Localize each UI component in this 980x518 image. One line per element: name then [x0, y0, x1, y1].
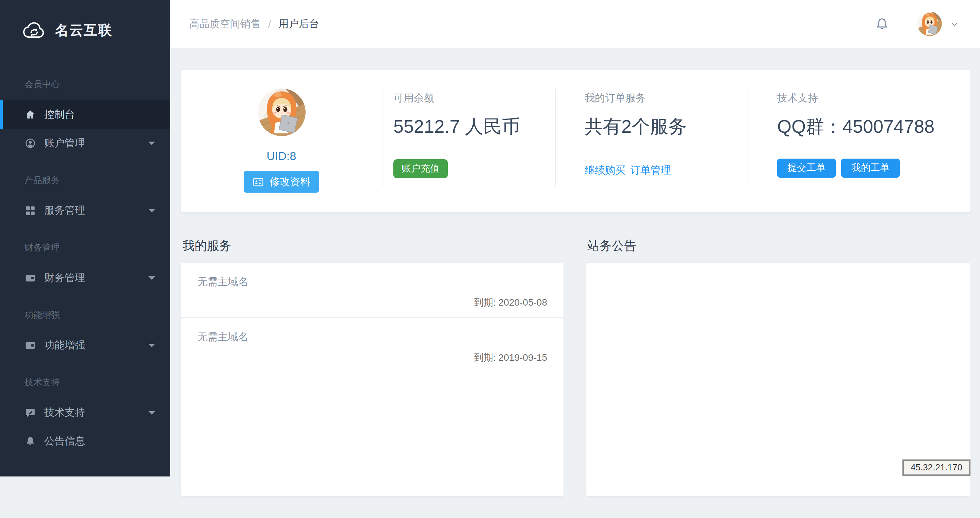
service-expiry: 到期: 2019-09-15 — [197, 352, 547, 364]
balance-value: 55212.7 人民币 — [393, 114, 555, 139]
sidebar-item-label: 功能增强 — [44, 339, 85, 352]
sidebar-item-label: 账户管理 — [44, 137, 85, 150]
my-tickets-button[interactable]: 我的工单 — [841, 159, 900, 178]
comment-edit-icon — [24, 407, 36, 418]
avatar-image — [917, 11, 942, 36]
balance-column: 可用余额 55212.7 人民币 账户充值 — [382, 70, 555, 212]
ticket-buttons: 提交工单 我的工单 — [777, 159, 970, 178]
sidebar-item-enhance[interactable]: 功能增强 — [0, 331, 170, 359]
chevron-down-icon[interactable] — [950, 19, 959, 29]
announcements-section: 站务公告 45.32.21.170 — [586, 237, 970, 496]
announcements-panel: 45.32.21.170 — [586, 263, 970, 496]
main-content: UID:8 修改资料 可用余额 55212.7 人民币 账户充值 我的订 — [170, 48, 980, 518]
account-column: UID:8 修改资料 — [181, 70, 382, 212]
continue-buy-link[interactable]: 继续购买 — [585, 164, 625, 177]
wallet-icon — [24, 272, 36, 284]
support-column: 技术支持 QQ群：450074788 提交工单 我的工单 — [749, 70, 970, 212]
topbar: 高品质空间销售 / 用户后台 — [170, 0, 980, 48]
cloud-sync-icon — [22, 20, 47, 40]
edit-profile-button[interactable]: 修改资料 — [243, 171, 319, 193]
sidebar-section-label: 产品服务 — [24, 174, 170, 186]
sidebar-item-support[interactable]: 技术支持 — [0, 398, 170, 427]
sidebar-item-services[interactable]: 服务管理 — [0, 196, 170, 225]
edit-profile-label: 修改资料 — [269, 175, 310, 188]
chevron-down-icon — [148, 411, 155, 414]
service-expiry: 到期: 2020-05-08 — [197, 297, 547, 309]
breadcrumb-page: 用户后台 — [278, 18, 319, 30]
divider — [749, 89, 749, 187]
sidebar-section-label: 技术支持 — [24, 376, 170, 389]
sidebar-item-label: 控制台 — [44, 108, 75, 121]
breadcrumb-separator: / — [268, 18, 271, 30]
chevron-down-icon — [148, 141, 155, 145]
service-row: 无需主域名 到期: 2020-05-08 — [181, 263, 563, 318]
sidebar-section-label: 功能增强 — [24, 309, 170, 321]
chevron-down-icon — [148, 343, 155, 347]
balance-label: 可用余额 — [393, 92, 555, 105]
orders-value: 共有2个服务 — [585, 114, 749, 139]
wallet-icon — [24, 339, 36, 351]
service-row: 无需主域名 到期: 2019-09-15 — [181, 318, 563, 372]
sidebar-menu: 会员中心 控制台 账户管理 产品服务 — [0, 78, 170, 455]
support-qq-value: QQ群：450074788 — [777, 114, 970, 139]
sidebar-item-label: 服务管理 — [44, 204, 85, 217]
my-services-title: 我的服务 — [182, 237, 563, 254]
avatar-image — [258, 88, 305, 136]
home-icon — [24, 108, 36, 120]
panels-row: 我的服务 无需主域名 到期: 2020-05-08 无需主域名 到期: 2019… — [181, 212, 970, 496]
bell-icon — [24, 435, 36, 447]
chevron-down-icon — [148, 209, 155, 212]
divider — [382, 89, 382, 187]
sidebar-item-label: 公告信息 — [44, 435, 85, 448]
order-manage-link[interactable]: 订单管理 — [630, 164, 671, 177]
divider — [555, 89, 556, 187]
bell-icon[interactable] — [875, 16, 889, 32]
sidebar-section-label: 财务管理 — [24, 242, 170, 254]
orders-label: 我的订单服务 — [585, 92, 749, 105]
submit-ticket-button[interactable]: 提交工单 — [777, 159, 836, 178]
my-services-section: 我的服务 无需主域名 到期: 2020-05-08 无需主域名 到期: 2019… — [181, 237, 563, 496]
sidebar-item-account[interactable]: 账户管理 — [0, 129, 170, 157]
sidebar: 名云互联 会员中心 控制台 账户管理 — [0, 0, 170, 477]
overview-card: UID:8 修改资料 可用余额 55212.7 人民币 账户充值 我的订 — [181, 70, 970, 212]
sidebar-section-label: 会员中心 — [24, 78, 170, 91]
id-card-icon — [253, 177, 264, 187]
chevron-down-icon — [148, 276, 155, 279]
orders-links: 继续购买 订单管理 — [585, 164, 749, 177]
app-window: 名云互联 会员中心 控制台 账户管理 — [0, 0, 980, 518]
sidebar-item-finance[interactable]: 财务管理 — [0, 263, 170, 292]
sidebar-item-console[interactable]: 控制台 — [0, 100, 170, 129]
brand-title: 名云互联 — [55, 21, 112, 40]
user-circle-icon — [24, 137, 36, 149]
status-url-bubble: 45.32.21.170 — [902, 459, 970, 476]
user-avatar[interactable] — [917, 11, 942, 36]
breadcrumb: 高品质空间销售 / 用户后台 — [189, 18, 319, 30]
sidebar-item-announcements[interactable]: 公告信息 — [0, 427, 170, 455]
announcements-title: 站务公告 — [587, 237, 970, 254]
profile-avatar[interactable] — [258, 88, 305, 136]
orders-column: 我的订单服务 共有2个服务 继续购买 订单管理 — [555, 70, 749, 212]
my-services-panel: 无需主域名 到期: 2020-05-08 无需主域名 到期: 2019-09-1… — [181, 263, 563, 496]
service-name-link[interactable]: 无需主域名 — [197, 331, 547, 344]
breadcrumb-section[interactable]: 高品质空间销售 — [189, 18, 261, 30]
user-uid: UID:8 — [267, 150, 296, 163]
support-label: 技术支持 — [777, 92, 970, 105]
topbar-right — [875, 11, 959, 36]
sidebar-item-label: 技术支持 — [44, 406, 85, 419]
sidebar-item-label: 财务管理 — [44, 271, 85, 284]
recharge-button[interactable]: 账户充值 — [393, 159, 448, 179]
brand-logo[interactable]: 名云互联 — [0, 0, 170, 61]
grid-icon — [24, 204, 36, 216]
service-name-link[interactable]: 无需主域名 — [197, 276, 547, 288]
